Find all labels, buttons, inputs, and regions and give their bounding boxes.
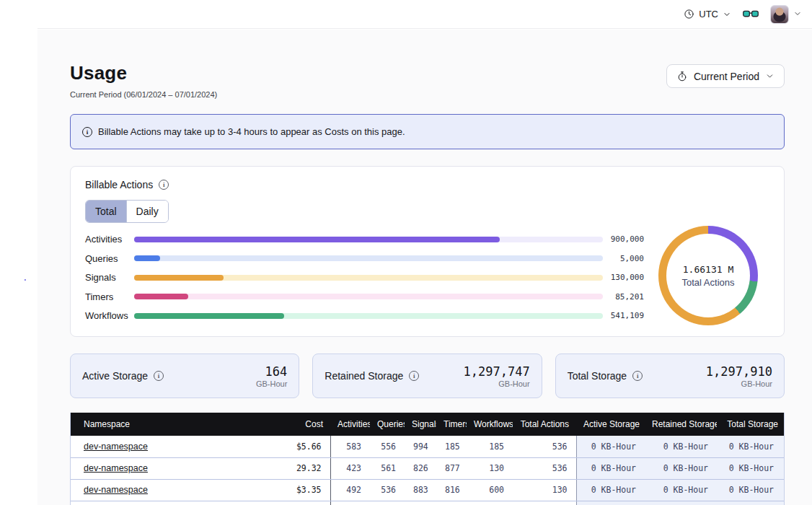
sidebar-divider: [9, 154, 37, 155]
column-header: Workflows: [467, 413, 513, 436]
tab-daily[interactable]: Daily: [126, 201, 168, 222]
flask-button[interactable]: [9, 430, 37, 449]
table-cell: 0 KB-Hour: [576, 436, 645, 457]
table-cell: [436, 501, 467, 505]
table-row: dev-namespace$5.665835569941851855360 KB…: [71, 436, 785, 457]
table-cell: [370, 501, 405, 505]
dollar-coin-button[interactable]: $: [12, 473, 34, 495]
billing-card-icon: [17, 184, 30, 197]
docs-button[interactable]: [9, 252, 37, 271]
namespace-cell: dev-namespace: [71, 479, 276, 501]
bar-label: Queries: [85, 253, 134, 264]
info-icon[interactable]: i: [159, 180, 169, 190]
table-cell: 0 KB-Hour: [576, 457, 645, 479]
table-cell: [330, 501, 370, 505]
lifebuoy-button[interactable]: [9, 232, 37, 251]
bar-row: Signals130,000: [85, 274, 644, 281]
column-header: Retained Storage: [645, 413, 717, 436]
info-icon: i: [82, 127, 92, 137]
tab-total[interactable]: Total: [86, 201, 126, 222]
storage-card-label: Active Storage: [82, 370, 148, 382]
topbar: UTC: [37, 0, 812, 29]
namespace-cell: dev-namespace: [71, 436, 276, 457]
bar-track: [134, 237, 603, 242]
cube-button[interactable]: [9, 110, 37, 128]
table-cell: 492: [330, 479, 370, 501]
eye-button[interactable]: [9, 49, 37, 68]
history-button[interactable]: [9, 69, 37, 88]
bar-value: 130,000: [603, 273, 644, 282]
column-header: Cost: [276, 413, 330, 436]
bar-track: [134, 275, 603, 281]
column-header: Total Actions: [513, 413, 576, 436]
bar-fill: [134, 313, 284, 319]
temporal-logo[interactable]: ✥: [9, 4, 37, 29]
column-header: Signals: [405, 413, 436, 436]
layers-button[interactable]: [9, 89, 37, 108]
layers-icon: [17, 93, 30, 105]
sun-button[interactable]: [9, 452, 37, 470]
dollar-coin-icon: $: [17, 478, 30, 491]
sidebar-group-account: [9, 161, 37, 220]
user-menu[interactable]: [770, 5, 802, 24]
sidebar-group-bottom: $: [9, 430, 37, 505]
info-icon[interactable]: i: [632, 371, 643, 381]
gear-icon: [17, 204, 30, 217]
table-cell: 0 KB-Hour: [717, 436, 785, 457]
page-subtitle: Current Period (06/01/2024 – 07/01/2024): [70, 90, 217, 99]
chevron-down-icon: [793, 9, 802, 18]
sidebar-group-top: [9, 29, 37, 149]
gauge-button[interactable]: [9, 161, 37, 180]
table-cell: 185: [436, 436, 467, 457]
period-dropdown-label: Current Period: [694, 71, 759, 82]
table-cell: 536: [513, 457, 576, 479]
table-cell: 0 KB-Hour: [717, 479, 785, 501]
table-cell: $3.35: [276, 479, 330, 501]
bar-label: Workflows: [85, 310, 134, 321]
info-icon[interactable]: i: [154, 371, 164, 381]
storage-card-label: Retained Storage: [325, 370, 403, 382]
eye-icon: [17, 52, 30, 65]
namespace-link[interactable]: dev-namespace: [84, 442, 148, 452]
storage-card-value: 164: [256, 364, 287, 379]
period-dropdown-button[interactable]: Current Period: [666, 64, 785, 88]
storage-card: Retained Storagei1,297,747GB-Hour: [312, 354, 542, 398]
namespace-link[interactable]: dev-namespace: [84, 485, 148, 495]
column-header: Namespace: [71, 413, 276, 436]
info-icon[interactable]: i: [409, 371, 419, 381]
bar-value: 541,109: [603, 311, 644, 320]
timezone-selector[interactable]: UTC: [684, 9, 731, 19]
donut-total-value: 1.66131 M: [683, 264, 733, 275]
billing-card-button[interactable]: [9, 181, 37, 200]
bar-fill: [134, 275, 224, 281]
rocket-button[interactable]: [9, 273, 37, 291]
table-cell: [513, 501, 576, 505]
table-cell: 994: [405, 436, 436, 457]
bar-fill: [134, 255, 160, 261]
glasses-icon[interactable]: [743, 9, 759, 19]
stopwatch-icon: [676, 71, 688, 82]
sun-icon: [17, 455, 30, 467]
page-title: Usage: [70, 62, 127, 84]
storage-card-value: 1,297,747: [464, 364, 530, 379]
table-cell: 0 KB-Hour: [645, 479, 717, 501]
table-cell: 130: [513, 479, 576, 501]
column-header: Queries: [370, 413, 405, 436]
lifebuoy-icon: [17, 235, 30, 248]
sidebar: ✥ $: [9, 0, 37, 505]
collapse-chevron-icon: [18, 33, 29, 44]
usage-table: NamespaceCostActivitiesQueriesSignalsTim…: [71, 413, 785, 505]
table-cell: $5.66: [276, 436, 330, 457]
table-cell: 0 KB-Hour: [645, 457, 717, 479]
table-cell: [717, 501, 785, 505]
collapse-chevron-button[interactable]: [9, 29, 37, 48]
asterisk-button[interactable]: [9, 130, 37, 149]
gear-button[interactable]: [9, 201, 37, 220]
usage-table-wrap: NamespaceCostActivitiesQueriesSignalsTim…: [70, 413, 785, 505]
namespace-link[interactable]: dev-namespace: [84, 463, 148, 473]
timezone-label: UTC: [699, 9, 718, 19]
table-cell: 877: [436, 457, 467, 479]
table-cell: [405, 501, 436, 505]
table-cell: 0 KB-Hour: [645, 436, 717, 457]
table-cell: 600: [467, 479, 513, 501]
